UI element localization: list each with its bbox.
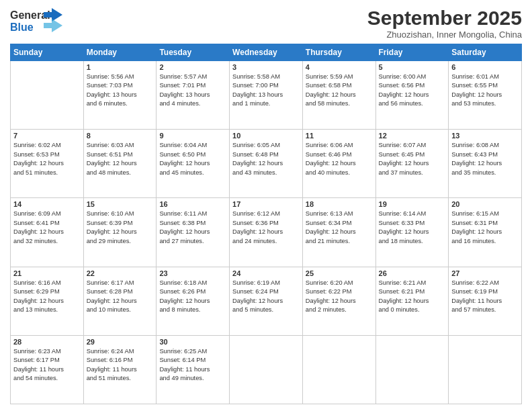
day-cell: 7Sunrise: 6:02 AMSunset: 6:53 PMDaylight… — [11, 130, 84, 198]
logo: General Blue — [10, 7, 64, 36]
day-number: 4 — [306, 63, 373, 71]
day-cell: 15Sunrise: 6:10 AMSunset: 6:39 PMDayligh… — [83, 198, 157, 267]
day-info: Sunrise: 5:57 AMSunset: 7:01 PMDaylight:… — [159, 73, 226, 109]
day-number: 8 — [87, 132, 154, 140]
day-cell: 28Sunrise: 6:23 AMSunset: 6:17 PMDayligh… — [11, 335, 84, 404]
day-cell — [11, 61, 84, 130]
calendar-table: SundayMondayTuesdayWednesdayThursdayFrid… — [10, 44, 522, 404]
day-info: Sunrise: 6:04 AMSunset: 6:50 PMDaylight:… — [159, 141, 226, 177]
day-cell: 8Sunrise: 6:03 AMSunset: 6:51 PMDaylight… — [83, 130, 157, 198]
day-number: 5 — [379, 63, 446, 71]
day-number: 22 — [87, 269, 154, 277]
day-cell: 9Sunrise: 6:04 AMSunset: 6:50 PMDaylight… — [157, 130, 230, 198]
day-cell: 18Sunrise: 6:13 AMSunset: 6:34 PMDayligh… — [302, 198, 375, 267]
header: General Blue September 2025 Zhuozishan, … — [10, 7, 522, 40]
day-number: 15 — [87, 200, 154, 208]
location: Zhuozishan, Inner Mongolia, China — [367, 30, 522, 40]
day-info: Sunrise: 6:03 AMSunset: 6:51 PMDaylight:… — [87, 141, 154, 177]
day-cell: 10Sunrise: 6:05 AMSunset: 6:48 PMDayligh… — [230, 130, 303, 198]
day-info: Sunrise: 6:02 AMSunset: 6:53 PMDaylight:… — [13, 141, 81, 177]
day-header-thursday: Thursday — [302, 44, 375, 61]
day-cell: 14Sunrise: 6:09 AMSunset: 6:41 PMDayligh… — [11, 198, 84, 267]
day-info: Sunrise: 6:22 AMSunset: 6:19 PMDaylight:… — [451, 279, 519, 315]
day-info: Sunrise: 6:17 AMSunset: 6:28 PMDaylight:… — [87, 279, 154, 315]
day-number: 25 — [306, 269, 373, 277]
day-number: 3 — [232, 63, 300, 71]
day-number: 26 — [379, 269, 446, 277]
day-cell: 11Sunrise: 6:06 AMSunset: 6:46 PMDayligh… — [302, 130, 375, 198]
day-cell: 19Sunrise: 6:14 AMSunset: 6:33 PMDayligh… — [375, 198, 449, 267]
day-header-wednesday: Wednesday — [230, 44, 303, 61]
day-number: 10 — [232, 132, 300, 140]
day-number: 13 — [451, 132, 519, 140]
day-info: Sunrise: 6:09 AMSunset: 6:41 PMDaylight:… — [13, 210, 81, 246]
day-info: Sunrise: 6:10 AMSunset: 6:39 PMDaylight:… — [87, 210, 154, 246]
day-info: Sunrise: 6:25 AMSunset: 6:14 PMDaylight:… — [159, 347, 226, 383]
day-cell: 5Sunrise: 6:00 AMSunset: 6:56 PMDaylight… — [375, 61, 449, 130]
day-number: 6 — [451, 63, 519, 71]
day-number: 16 — [159, 200, 226, 208]
day-cell: 29Sunrise: 6:24 AMSunset: 6:16 PMDayligh… — [83, 335, 157, 404]
day-header-friday: Friday — [375, 44, 449, 61]
day-info: Sunrise: 6:23 AMSunset: 6:17 PMDaylight:… — [13, 347, 81, 383]
day-cell: 1Sunrise: 5:56 AMSunset: 7:03 PMDaylight… — [83, 61, 157, 130]
day-cell: 24Sunrise: 6:19 AMSunset: 6:24 PMDayligh… — [230, 267, 303, 335]
day-info: Sunrise: 5:59 AMSunset: 6:58 PMDaylight:… — [306, 73, 373, 109]
month-title: September 2025 — [367, 7, 522, 30]
logo-icon: General Blue — [10, 7, 64, 36]
week-row-2: 7Sunrise: 6:02 AMSunset: 6:53 PMDaylight… — [11, 130, 522, 198]
day-info: Sunrise: 6:18 AMSunset: 6:26 PMDaylight:… — [159, 279, 226, 315]
svg-text:Blue: Blue — [10, 21, 34, 33]
day-number: 18 — [306, 200, 373, 208]
day-info: Sunrise: 6:24 AMSunset: 6:16 PMDaylight:… — [87, 347, 154, 383]
day-cell: 2Sunrise: 5:57 AMSunset: 7:01 PMDaylight… — [157, 61, 230, 130]
day-number: 19 — [379, 200, 446, 208]
day-info: Sunrise: 6:14 AMSunset: 6:33 PMDaylight:… — [379, 210, 446, 246]
day-number: 28 — [13, 338, 81, 346]
day-number: 2 — [159, 63, 226, 71]
week-row-1: 1Sunrise: 5:56 AMSunset: 7:03 PMDaylight… — [11, 61, 522, 130]
day-info: Sunrise: 6:16 AMSunset: 6:29 PMDaylight:… — [13, 279, 81, 315]
day-cell — [230, 335, 303, 404]
day-cell: 30Sunrise: 6:25 AMSunset: 6:14 PMDayligh… — [157, 335, 230, 404]
day-header-tuesday: Tuesday — [157, 44, 230, 61]
day-number: 30 — [159, 338, 226, 346]
day-cell: 17Sunrise: 6:12 AMSunset: 6:36 PMDayligh… — [230, 198, 303, 267]
day-header-row: SundayMondayTuesdayWednesdayThursdayFrid… — [11, 44, 522, 61]
day-number: 20 — [451, 200, 519, 208]
day-info: Sunrise: 6:15 AMSunset: 6:31 PMDaylight:… — [451, 210, 519, 246]
day-number: 24 — [232, 269, 300, 277]
day-info: Sunrise: 6:05 AMSunset: 6:48 PMDaylight:… — [232, 141, 300, 177]
day-header-saturday: Saturday — [449, 44, 522, 61]
day-cell: 26Sunrise: 6:21 AMSunset: 6:21 PMDayligh… — [375, 267, 449, 335]
day-header-monday: Monday — [83, 44, 157, 61]
day-info: Sunrise: 6:00 AMSunset: 6:56 PMDaylight:… — [379, 73, 446, 109]
day-cell: 12Sunrise: 6:07 AMSunset: 6:45 PMDayligh… — [375, 130, 449, 198]
title-block: September 2025 Zhuozishan, Inner Mongoli… — [367, 7, 522, 40]
day-cell: 3Sunrise: 5:58 AMSunset: 7:00 PMDaylight… — [230, 61, 303, 130]
week-row-4: 21Sunrise: 6:16 AMSunset: 6:29 PMDayligh… — [11, 267, 522, 335]
day-header-sunday: Sunday — [11, 44, 84, 61]
day-number: 12 — [379, 132, 446, 140]
day-number: 1 — [87, 63, 154, 71]
week-row-3: 14Sunrise: 6:09 AMSunset: 6:41 PMDayligh… — [11, 198, 522, 267]
day-info: Sunrise: 6:13 AMSunset: 6:34 PMDaylight:… — [306, 210, 373, 246]
day-info: Sunrise: 6:19 AMSunset: 6:24 PMDaylight:… — [232, 279, 300, 315]
day-cell — [449, 335, 522, 404]
day-number: 29 — [87, 338, 154, 346]
day-info: Sunrise: 5:58 AMSunset: 7:00 PMDaylight:… — [232, 73, 300, 109]
day-number: 21 — [13, 269, 81, 277]
day-cell: 25Sunrise: 6:20 AMSunset: 6:22 PMDayligh… — [302, 267, 375, 335]
day-cell: 13Sunrise: 6:08 AMSunset: 6:43 PMDayligh… — [449, 130, 522, 198]
day-number: 17 — [232, 200, 300, 208]
day-number: 9 — [159, 132, 226, 140]
week-row-5: 28Sunrise: 6:23 AMSunset: 6:17 PMDayligh… — [11, 335, 522, 404]
day-cell — [302, 335, 375, 404]
day-info: Sunrise: 6:01 AMSunset: 6:55 PMDaylight:… — [451, 73, 519, 109]
day-number: 11 — [306, 132, 373, 140]
day-cell: 27Sunrise: 6:22 AMSunset: 6:19 PMDayligh… — [449, 267, 522, 335]
day-info: Sunrise: 6:20 AMSunset: 6:22 PMDaylight:… — [306, 279, 373, 315]
day-cell: 16Sunrise: 6:11 AMSunset: 6:38 PMDayligh… — [157, 198, 230, 267]
day-info: Sunrise: 6:08 AMSunset: 6:43 PMDaylight:… — [451, 141, 519, 177]
day-info: Sunrise: 5:56 AMSunset: 7:03 PMDaylight:… — [87, 73, 154, 109]
